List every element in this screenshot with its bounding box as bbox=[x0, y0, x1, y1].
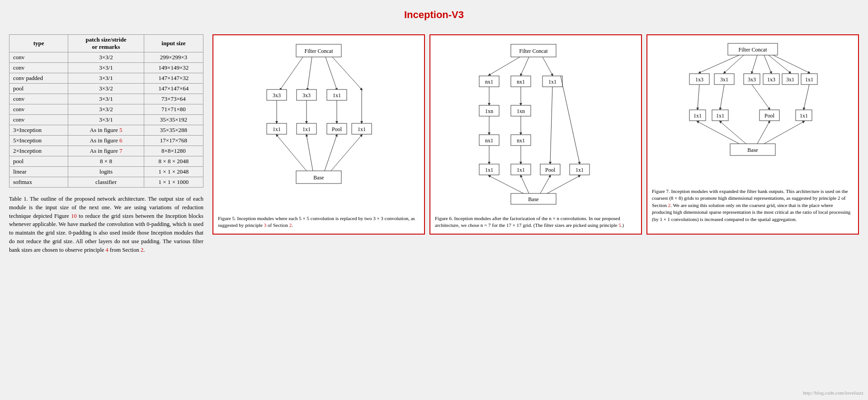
ref-link-5[interactable]: 5 bbox=[119, 127, 123, 133]
table-row: pool 8 × 8 8 × 8 × 2048 bbox=[9, 156, 203, 167]
cell-patch: 8 × 8 bbox=[68, 156, 144, 167]
cell-input: 149×149×32 bbox=[144, 63, 203, 73]
svg-line-63 bbox=[550, 87, 552, 163]
cell-type: conv bbox=[9, 52, 68, 63]
svg-line-3 bbox=[307, 57, 312, 89]
cell-input: 71×71×80 bbox=[144, 104, 203, 115]
svg-line-29 bbox=[331, 135, 362, 171]
svg-line-86 bbox=[724, 55, 744, 73]
cell-patch: 3×3/2 bbox=[68, 104, 144, 115]
figure5-box: Filter Concat 3x3 3x3 1x1 1x bbox=[212, 34, 425, 235]
cell-patch: 3×3/2 bbox=[68, 52, 144, 63]
col-input: input size bbox=[144, 35, 203, 52]
cell-input: 299×299×3 bbox=[144, 52, 203, 63]
main-content: type patch size/strideor remarks input s… bbox=[9, 34, 859, 254]
svg-line-85 bbox=[699, 55, 739, 73]
fig5-ref-sec2[interactable]: 2 bbox=[289, 222, 292, 228]
ref-link-4[interactable]: 4 bbox=[105, 247, 108, 253]
architecture-table: type patch size/strideor remarks input s… bbox=[9, 34, 203, 188]
svg-line-87 bbox=[752, 55, 757, 73]
svg-text:Filter Concat: Filter Concat bbox=[519, 48, 548, 54]
cell-input: 73×73×64 bbox=[144, 94, 203, 104]
left-panel: type patch size/strideor remarks input s… bbox=[9, 34, 203, 254]
cell-patch: As in figure 6 bbox=[68, 136, 144, 146]
svg-text:3x1: 3x1 bbox=[786, 76, 794, 83]
svg-line-70 bbox=[547, 176, 580, 193]
svg-text:nx1: nx1 bbox=[485, 79, 493, 85]
cell-type: conv bbox=[9, 115, 68, 125]
svg-text:Pool: Pool bbox=[332, 126, 342, 132]
svg-text:1x1: 1x1 bbox=[548, 79, 557, 85]
svg-text:1x1: 1x1 bbox=[716, 113, 724, 119]
svg-line-69 bbox=[540, 176, 550, 193]
svg-line-2 bbox=[280, 57, 303, 89]
ref-link-7[interactable]: 7 bbox=[119, 147, 123, 154]
cell-type: pool bbox=[9, 84, 68, 94]
figure6-diagram: Filter Concat nx1 nx1 1x1 1xn 1xn bbox=[470, 40, 601, 212]
svg-line-68 bbox=[521, 176, 529, 193]
svg-line-40 bbox=[542, 57, 552, 75]
svg-text:Filter Concat: Filter Concat bbox=[305, 48, 334, 54]
svg-text:3x3: 3x3 bbox=[273, 92, 281, 99]
svg-text:1x1: 1x1 bbox=[273, 126, 281, 132]
cell-type: conv bbox=[9, 63, 68, 73]
cell-patch: 3×3/2 bbox=[68, 84, 144, 94]
cell-type: conv padded bbox=[9, 73, 68, 84]
svg-line-28 bbox=[325, 135, 337, 171]
svg-line-99 bbox=[698, 85, 699, 109]
svg-text:3x1: 3x1 bbox=[720, 76, 728, 83]
svg-text:Filter Concat: Filter Concat bbox=[739, 47, 768, 53]
svg-text:1x1: 1x1 bbox=[800, 113, 808, 119]
col-patch: patch size/strideor remarks bbox=[68, 35, 144, 52]
ref-link-6[interactable]: 6 bbox=[119, 137, 123, 144]
table-row: conv 3×3/1 149×149×32 bbox=[9, 63, 203, 73]
svg-text:Pool: Pool bbox=[764, 113, 775, 119]
cell-type: softmax bbox=[9, 177, 68, 188]
svg-text:1x1: 1x1 bbox=[333, 92, 341, 99]
svg-text:nx1: nx1 bbox=[517, 79, 525, 85]
svg-line-38 bbox=[489, 57, 520, 75]
svg-text:1x3: 1x3 bbox=[695, 76, 703, 83]
table-row: 2×Inception As in figure 7 8×8×1280 bbox=[9, 146, 203, 156]
table-row: 3×Inception As in figure 5 35×35×288 bbox=[9, 125, 203, 136]
svg-line-67 bbox=[489, 176, 524, 193]
svg-text:1xn: 1xn bbox=[485, 108, 493, 114]
svg-text:1x1: 1x1 bbox=[485, 167, 493, 173]
svg-text:1x1: 1x1 bbox=[517, 167, 525, 173]
svg-text:nx1: nx1 bbox=[485, 137, 493, 144]
svg-line-4 bbox=[326, 57, 337, 89]
cell-input: 147×147×32 bbox=[144, 73, 203, 84]
svg-line-39 bbox=[521, 57, 529, 75]
cell-patch: 3×3/1 bbox=[68, 94, 144, 104]
table-row: conv 3×3/2 299×299×3 bbox=[9, 52, 203, 63]
svg-text:1x1: 1x1 bbox=[358, 126, 366, 132]
ref-link-sec2[interactable]: 2 bbox=[141, 247, 143, 253]
svg-text:Pool: Pool bbox=[545, 167, 556, 173]
svg-line-100 bbox=[720, 85, 724, 109]
svg-line-88 bbox=[764, 55, 771, 73]
figure6-box: Filter Concat nx1 nx1 1x1 1xn 1xn bbox=[429, 34, 642, 235]
cell-patch: logits bbox=[68, 167, 144, 177]
table-row: linear logits 1 × 1 × 2048 bbox=[9, 167, 203, 177]
cell-type: conv bbox=[9, 94, 68, 104]
figure6-caption: Figure 6. Inception modules after the fa… bbox=[435, 215, 637, 229]
svg-text:1x1: 1x1 bbox=[805, 76, 813, 83]
fig5-ref3[interactable]: 3 bbox=[264, 222, 267, 228]
svg-text:1x1: 1x1 bbox=[693, 113, 702, 119]
table-row: 5×Inception As in figure 6 17×17×768 bbox=[9, 136, 203, 146]
svg-line-102 bbox=[804, 85, 809, 109]
ref-link-10[interactable]: 10 bbox=[71, 213, 77, 219]
cell-input: 8×8×1280 bbox=[144, 146, 203, 156]
svg-line-5 bbox=[332, 57, 362, 89]
svg-line-89 bbox=[769, 55, 790, 73]
table-row: conv 3×3/2 71×71×80 bbox=[9, 104, 203, 115]
svg-line-26 bbox=[277, 135, 307, 171]
page-title: Inception-V3 bbox=[9, 9, 859, 21]
fig6-ref5[interactable]: 5 bbox=[618, 222, 621, 228]
svg-text:1x1: 1x1 bbox=[576, 167, 584, 173]
cell-type: 3×Inception bbox=[9, 125, 68, 136]
svg-text:nx1: nx1 bbox=[517, 137, 525, 144]
figure7-box: Filter Concat 1x3 3x1 3x3 1x3 3x1 1x1 bbox=[646, 34, 859, 235]
fig7-ref-sec2[interactable]: 2 bbox=[668, 202, 671, 208]
cell-input: 1 × 1 × 1000 bbox=[144, 177, 203, 188]
